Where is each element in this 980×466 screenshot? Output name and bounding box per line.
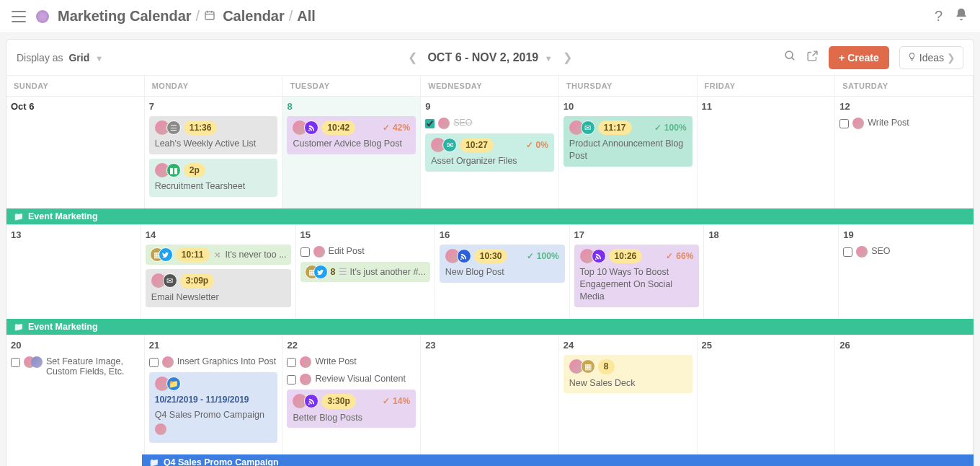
day-cell[interactable]: 13: [6, 225, 141, 319]
day-cell[interactable]: 9 SEO ✉ 10:27 0% Asset Organizer Files: [421, 97, 559, 208]
task-item[interactable]: Edit Post: [300, 245, 430, 259]
doc-icon: ☰: [339, 266, 347, 278]
day-cell[interactable]: 7 ☰ 11:36 Leah's Weekly Active List ▮▮ 2…: [145, 97, 283, 208]
display-mode[interactable]: Display as Grid ▼: [17, 52, 103, 63]
task-checkbox[interactable]: [11, 358, 20, 367]
day-number: 22: [287, 340, 416, 351]
ideas-button[interactable]: Ideas ❯: [899, 46, 963, 69]
day-cell[interactable]: 25: [698, 335, 836, 454]
swimlane-event-marketing[interactable]: Event Marketing: [6, 319, 974, 335]
progress-pct: 100%: [654, 122, 687, 133]
avatar: [438, 118, 450, 129]
task-checkbox[interactable]: [425, 119, 435, 128]
task-item[interactable]: SEO: [843, 245, 968, 259]
task-item[interactable]: Insert Graphics Into Post: [149, 355, 278, 369]
task-label: SEO: [453, 118, 472, 128]
avatar: [162, 356, 174, 368]
event-card[interactable]: ✉ 3:09p Email Newsletter: [146, 269, 291, 307]
task-checkbox[interactable]: [149, 358, 159, 367]
event-card[interactable]: ▮▮ 2p Recruitment Tearsheet: [149, 159, 278, 197]
share-icon[interactable]: [806, 50, 819, 66]
event-card[interactable]: 10:30 100% New Blog Post: [440, 245, 565, 283]
day-cell-today[interactable]: 8 10:42 42% Customer Advice Blog Post: [282, 97, 421, 208]
task-item[interactable]: Write Post: [287, 355, 416, 369]
task-item[interactable]: Write Post: [839, 116, 968, 131]
day-cell[interactable]: 16 10:30 100% New Blog Post: [435, 225, 570, 319]
event-card[interactable]: ✉ 10:27 0% Asset Organizer Files: [425, 133, 554, 172]
breadcrumb-section[interactable]: Calendar: [223, 8, 285, 25]
day-header: TUESDAY: [282, 76, 421, 96]
task-checkbox[interactable]: [287, 358, 296, 367]
card-title: Top 10 Ways To Boost Engagement On Socia…: [580, 266, 694, 303]
swimlane-event-marketing[interactable]: Event Marketing: [6, 208, 974, 224]
search-icon[interactable]: [784, 50, 796, 66]
event-card[interactable]: ▦ 10:11 ⤨ It's never too ...: [146, 245, 291, 265]
day-cell[interactable]: 26: [835, 335, 974, 454]
chevron-right-icon: ❯: [947, 52, 956, 63]
event-card[interactable]: 10:42 42% Customer Advice Blog Post: [287, 116, 416, 154]
day-cell[interactable]: 17 10:26 66% Top 10 Ways To Boost Engage…: [570, 225, 705, 319]
list-icon: ☰: [166, 120, 181, 135]
day-number: 23: [425, 340, 554, 351]
time-pill: 10:30: [474, 249, 508, 263]
task-checkbox[interactable]: [839, 119, 849, 128]
task-checkbox[interactable]: [843, 247, 852, 257]
task-label: Insert Graphics Into Post: [177, 356, 277, 366]
card-title: Better Blog Posts: [293, 412, 410, 424]
avatar: [31, 356, 43, 368]
day-cell[interactable]: 15 Edit Post ▦ 8 ☰ It's just another #..…: [296, 225, 435, 319]
day-headers: SUNDAY MONDAY TUESDAY WEDNESDAY THURSDAY…: [6, 76, 974, 97]
day-cell[interactable]: Oct 6: [6, 97, 145, 208]
date-range-label[interactable]: OCT 6 - NOV 2, 2019 ▼: [427, 51, 552, 64]
event-card[interactable]: 3:30p 14% Better Blog Posts: [287, 390, 416, 428]
breadcrumb-workspace[interactable]: Marketing Calendar: [58, 8, 192, 25]
next-range-icon[interactable]: ❯: [563, 50, 572, 64]
event-card[interactable]: ☰ 11:36 Leah's Weekly Active List: [149, 116, 278, 154]
event-card[interactable]: ▦ 8 New Sales Deck: [564, 355, 692, 393]
time-pill: 10:42: [321, 120, 355, 135]
day-cell[interactable]: 14 ▦ 10:11 ⤨ It's never too ... ✉ 3:09p: [141, 225, 296, 319]
task-checkbox[interactable]: [300, 247, 310, 257]
day-cell[interactable]: 10 ✉ 11:17 100% Product Announcement Blo…: [559, 97, 698, 208]
task-item[interactable]: Review Visual Content: [287, 372, 416, 387]
event-card[interactable]: ✉ 11:17 100% Product Announcement Blog P…: [564, 116, 692, 167]
avatar-stack: [24, 356, 43, 368]
breadcrumb-view[interactable]: All: [297, 8, 316, 25]
create-button[interactable]: + Create: [829, 46, 889, 69]
day-cell[interactable]: 11: [698, 97, 836, 208]
task-item[interactable]: Set Feature Image, Custom Fields, Etc.: [11, 355, 140, 378]
day-cell[interactable]: 22 Write Post Review Visual Content 3:30…: [282, 335, 421, 454]
day-cell[interactable]: 23: [421, 335, 559, 454]
bell-icon[interactable]: [954, 7, 968, 25]
help-icon[interactable]: ?: [935, 8, 943, 25]
day-header: SATURDAY: [835, 76, 974, 96]
day-cell[interactable]: 24 ▦ 8 New Sales Deck: [559, 335, 698, 454]
event-card[interactable]: 10:26 66% Top 10 Ways To Boost Engagemen…: [574, 245, 700, 307]
day-cell[interactable]: 20 Set Feature Image, Custom Fields, Etc…: [6, 335, 145, 454]
chevron-down-icon: ▼: [545, 54, 553, 63]
time-pill: 11:36: [184, 120, 218, 135]
app-logo-icon: [36, 10, 49, 23]
card-title: Q4 Sales Promo Campaign: [155, 409, 272, 421]
card-title: Product Announcement Blog Post: [569, 138, 687, 162]
menu-icon[interactable]: [12, 11, 26, 22]
prev-range-icon[interactable]: ❮: [408, 50, 417, 64]
progress-pct: 0%: [526, 139, 548, 151]
event-card[interactable]: 📁 10/21/2019 - 11/19/2019 Q4 Sales Promo…: [149, 372, 278, 443]
time-pill: 10:11: [176, 247, 210, 262]
day-cell[interactable]: 18: [704, 225, 839, 319]
task-label: SEO: [871, 246, 890, 256]
task-checkbox[interactable]: [287, 375, 296, 384]
day-number: 25: [702, 340, 831, 351]
swimlane-sales-promo[interactable]: Q4 Sales Promo Campaign: [142, 454, 974, 466]
day-number: Oct 6: [11, 101, 140, 112]
day-cell[interactable]: 19 SEO: [839, 225, 974, 319]
day-cell[interactable]: 12 Write Post: [835, 97, 974, 208]
time-pill: 3:30p: [321, 394, 355, 408]
day-cell[interactable]: 21 Insert Graphics Into Post 📁 10/21/201…: [145, 335, 283, 454]
event-card[interactable]: ▦ 8 ☰ It's just another #...: [300, 262, 430, 282]
task-item[interactable]: SEO: [425, 116, 554, 131]
lightbulb-icon: [907, 52, 917, 63]
avatar: [852, 118, 864, 129]
count-pill: 8: [598, 359, 615, 374]
